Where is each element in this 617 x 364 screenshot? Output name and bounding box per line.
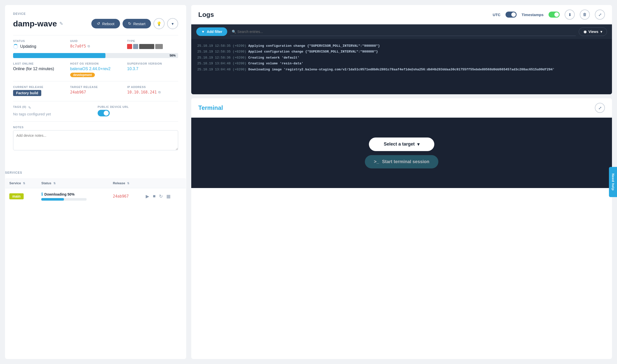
log-timestamp-1: 25.10.19 12:58:35 (+0200) [197, 50, 248, 54]
logs-toolbar: ▼ Add filter 🔍 ◉ Views ▾ [191, 24, 612, 39]
terminal-service-icon[interactable]: ▦ [166, 194, 171, 199]
supervisor-section: SUPERVISOR VERSION 10.3.7 [127, 62, 178, 77]
col-service: Service ⇅ [5, 178, 37, 188]
log-timestamp-4: 25.10.19 13:04:48 (+0200) [197, 68, 248, 71]
col-actions [142, 178, 186, 188]
services-header-row: Service ⇅ Status ⇅ Release ⇅ [5, 178, 186, 188]
add-filter-label: Add filter [207, 30, 222, 34]
utc-toggle[interactable] [506, 12, 517, 18]
public-url-section: PUBLIC DEVICE URL [98, 105, 178, 116]
expand-icon: ⤢ [598, 12, 602, 17]
restart-button[interactable]: ↻ Restart [123, 19, 151, 28]
timestamps-toggle[interactable] [549, 12, 560, 18]
select-target-label: Select a target [384, 142, 415, 147]
dl-progress-fill [41, 198, 64, 201]
select-target-button[interactable]: Select a target ▾ [369, 138, 434, 151]
type-block-gray [133, 44, 138, 49]
uuid-section: UUID 8c7a0f5 ⧉ [70, 39, 121, 49]
terminal-title: Terminal [198, 104, 223, 111]
start-terminal-button[interactable]: >_ Start terminal session [365, 155, 439, 168]
views-chart-icon: ◉ [584, 30, 587, 34]
host-os-value[interactable]: balenaOS 2.44.0+rev2 [70, 67, 111, 71]
utc-label: UTC [493, 13, 500, 17]
need-help-button[interactable]: Need help [609, 167, 617, 197]
target-release-section: TARGET RELEASE 24ab967 [70, 85, 121, 96]
logs-panel: Logs UTC Timestamps ⬇ 🗑 ⤢ ▼ Add filter [191, 5, 612, 94]
views-button[interactable]: ◉ Views ▾ [579, 27, 607, 36]
ip-section: IP ADDRESS 10.10.168.241 ⧉ [127, 85, 178, 96]
service-actions-cell: ▶ ■ ↻ ▦ [142, 188, 186, 204]
log-text-2: Creating network 'default' [248, 56, 299, 60]
device-type-image [127, 44, 178, 49]
expand-terminal-icon: ⤢ [598, 106, 602, 110]
restart-icon: ↻ [128, 21, 131, 26]
service-name-cell: main [5, 188, 37, 204]
sort-release-icon[interactable]: ⇅ [127, 182, 129, 185]
reboot-button[interactable]: ↺ Reboot [91, 19, 120, 28]
ip-label: IP ADDRESS [127, 85, 178, 88]
status-label-row: ℹ Downloading 50% [41, 192, 105, 197]
type-block-wide [139, 44, 154, 49]
target-release-value: 24ab967 [70, 90, 86, 95]
play-icon[interactable]: ▶ [146, 194, 149, 199]
col-status: Status ⇅ [37, 178, 109, 188]
supervisor-label: SUPERVISOR VERSION [127, 62, 178, 65]
log-timestamp-3: 25.10.19 13:04:48 (+0200) [197, 62, 248, 65]
spinner-icon [13, 44, 18, 49]
header-actions: ↺ Reboot ↻ Restart 💡 ▾ [91, 18, 178, 29]
terminal-header: Terminal ⤢ [191, 98, 612, 118]
service-status-downloading: ℹ Downloading 50% [41, 192, 105, 201]
services-tbody: main ℹ Downloading 50% 24ab967 [5, 188, 186, 204]
log-text-0: Applying configuration change {"SUPERVIS… [248, 44, 380, 48]
sort-status-icon[interactable]: ⇅ [53, 182, 56, 185]
notes-textarea[interactable] [13, 130, 178, 150]
uuid-label: UUID [70, 39, 121, 42]
services-table: Service ⇅ Status ⇅ Release ⇅ main [5, 178, 186, 204]
timestamps-toggle-knob [554, 12, 559, 17]
expand-terminal-button[interactable]: ⤢ [595, 103, 605, 113]
edit-device-name-icon[interactable]: ✎ [59, 21, 63, 26]
status-label: STATUS [13, 39, 64, 42]
meta-grid: STATUS Updating UUID 8c7a0f5 ⧉ TYPE [13, 39, 178, 49]
downloading-label: Downloading 50% [44, 192, 74, 196]
bulb-button[interactable]: 💡 [153, 18, 165, 29]
start-terminal-label: Start terminal session [382, 159, 429, 164]
reboot-label: Reboot [102, 22, 114, 26]
log-timestamp-2: 25.10.19 12:58:36 (+0200) [197, 56, 248, 60]
env-badge: development [70, 73, 95, 77]
chevron-down-icon: ▾ [172, 21, 174, 26]
logs-header: Logs UTC Timestamps ⬇ 🗑 ⤢ [191, 5, 612, 24]
progress-bar-fill [13, 53, 105, 58]
status-value: Updating [13, 44, 64, 49]
add-filter-button[interactable]: ▼ Add filter [196, 27, 227, 36]
last-online-section: LAST ONLINE Online (for 12 minutes) [13, 62, 64, 77]
host-os-label: HOST OS VERSION [70, 62, 121, 65]
expand-logs-button[interactable]: ⤢ [595, 10, 605, 20]
clear-logs-button[interactable]: 🗑 [580, 10, 590, 20]
utc-toggle-knob [511, 12, 516, 17]
logs-search-input[interactable] [230, 28, 575, 36]
chevron-down-target-icon: ▾ [417, 142, 419, 147]
service-status-cell: ℹ Downloading 50% [37, 188, 109, 204]
edit-tags-icon[interactable]: ✎ [28, 106, 31, 110]
views-chevron-icon: ▾ [600, 30, 602, 34]
stop-icon[interactable]: ■ [153, 194, 156, 199]
service-release-hash: 24ab967 [113, 194, 129, 199]
right-panel: Logs UTC Timestamps ⬇ 🗑 ⤢ ▼ Add filter [191, 5, 612, 359]
more-button[interactable]: ▾ [167, 18, 178, 29]
dl-progress-bg [41, 198, 87, 201]
log-timestamp-0: 25.10.19 12:58:35 (+0200) [197, 44, 248, 48]
progress-label: 56% [170, 54, 176, 57]
public-url-toggle[interactable] [98, 110, 110, 116]
copy-uuid-icon[interactable]: ⧉ [88, 44, 90, 48]
service-actions: ▶ ■ ↻ ▦ [146, 194, 182, 199]
download-logs-button[interactable]: ⬇ [565, 10, 575, 20]
log-entry-0: 25.10.19 12:58:35 (+0200) Applying confi… [197, 43, 606, 49]
supervisor-value: 10.3.7 [127, 67, 138, 71]
sort-service-icon[interactable]: ⇅ [23, 182, 25, 185]
log-entry-4: 25.10.19 13:04:48 (+0200) Downloading im… [197, 67, 606, 72]
log-text-3: Creating volume 'resin-data' [248, 62, 303, 65]
copy-ip-icon[interactable]: ⧉ [158, 90, 161, 94]
timestamps-label: Timestamps [522, 13, 544, 17]
restart-service-icon[interactable]: ↻ [159, 194, 163, 199]
